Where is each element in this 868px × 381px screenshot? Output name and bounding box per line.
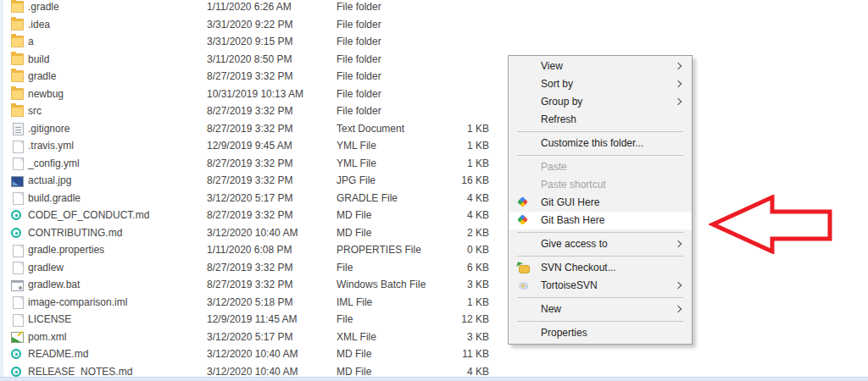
file-row[interactable]: .gitignore 8/27/2019 3:32 PM Text Docume… [0,120,509,138]
menu-item-git-bash-here[interactable]: Git Bash Here [509,212,692,229]
xml-file-icon [11,332,24,343]
file-date-modified: 3/12/2020 5:18 PM [207,296,292,308]
menu-item-git-gui-here[interactable]: Git GUI Here [509,194,692,212]
file-row[interactable]: actual.jpg 8/27/2019 3:32 PM JPG File 16… [0,172,509,190]
menu-item-label: Give access to [541,238,608,250]
file-name: actual.jpg [28,174,71,186]
file-size: 1 KB [415,140,489,152]
menu-item-give-access-to[interactable]: Give access to [509,235,692,253]
file-row[interactable]: image-comparison.iml 3/12/2020 5:18 PM I… [0,294,509,312]
menu-item-label: Properties [541,327,587,339]
file-type: File folder [337,1,381,13]
file-row[interactable]: LICENSE 12/9/2019 11:45 AM File 12 KB [0,311,509,329]
file-row[interactable]: a 3/31/2020 9:15 PM File folder [0,33,509,51]
menu-item-label: SVN Checkout... [541,262,616,273]
file-row[interactable]: pom.xml 3/12/2020 5:17 PM XML File 3 KB [0,329,509,346]
file-name: .travis.yml [28,140,74,152]
file-icon [13,262,24,274]
menu-separator [517,232,683,233]
file-name: LICENSE [28,313,71,325]
file-date-modified: 8/27/2019 3:32 PM [207,279,292,290]
menu-item-label: Git GUI Here [541,196,599,208]
menu-item-sort-by[interactable]: Sort by [509,75,692,93]
menu-item-svn-checkout[interactable]: SVN Checkout... [509,259,692,277]
red-arrow-annotation [709,195,834,254]
file-date-modified: 8/27/2019 3:32 PM [207,105,292,117]
file-row[interactable]: src 8/27/2019 3:32 PM File folder [0,102,509,120]
file-name: .gitignore [28,123,70,135]
markdown-file-icon [11,228,21,238]
menu-item-paste[interactable]: Paste [509,158,692,176]
markdown-file-icon [11,349,21,359]
file-row[interactable]: gradlew.bat 8/27/2019 3:32 PM Windows Ba… [0,276,509,294]
image-file-icon [11,176,24,187]
file-icon [13,314,24,327]
menu-item-label: View [541,60,563,72]
folder-icon [11,36,24,47]
file-type: MD File [337,209,371,221]
file-type: File folder [337,53,381,65]
file-type: YML File [337,140,376,152]
submenu-arrow-icon [675,306,682,312]
menu-separator [517,131,683,132]
file-type: PROPERTIES File [337,244,421,256]
file-row[interactable]: .idea 3/31/2020 9:22 PM File folder [0,16,509,34]
file-name: a [28,36,34,47]
file-date-modified: 8/27/2019 3:32 PM [207,174,292,186]
menu-item-customize-this-folder[interactable]: Customize this folder... [509,135,692,152]
menu-item-label: Customize this folder... [541,137,643,149]
file-row[interactable]: .gradle 1/11/2020 6:26 AM File folder [0,0,509,16]
file-row[interactable]: gradle.properties 1/11/2020 6:08 PM PROP… [0,241,509,259]
menu-item-paste-shortcut[interactable]: Paste shortcut [509,176,692,194]
file-size: 1 KB [415,123,489,135]
explorer-window: .gradle 1/11/2020 6:26 AM File folder .i… [0,0,868,381]
menu-item-tortoisesvn[interactable]: TortoiseSVN [509,277,692,295]
file-type: MD File [337,227,371,239]
menu-item-label: Sort by [541,78,573,90]
file-row[interactable]: gradlew 8/27/2019 3:32 PM File 6 KB [0,259,509,277]
menu-item-refresh[interactable]: Refresh [509,111,692,129]
file-date-modified: 10/31/2019 10:13 AM [207,88,303,100]
file-icon [13,157,24,170]
menu-separator [517,297,683,298]
file-size: 3 KB [415,279,489,290]
folder-icon [11,53,24,65]
file-date-modified: 3/12/2020 5:17 PM [207,192,292,204]
file-date-modified: 1/11/2020 6:26 AM [207,1,292,13]
file-size: 16 KB [415,174,489,186]
file-date-modified: 8/27/2019 3:32 PM [207,157,292,169]
context-menu: ViewSort byGroup byRefreshCustomize this… [508,55,693,345]
file-row[interactable]: newbug 10/31/2019 10:13 AM File folder [0,86,509,103]
file-row[interactable]: build 3/11/2020 8:50 PM File folder [0,51,509,69]
batch-file-icon [11,280,24,291]
file-date-modified: 8/27/2019 3:32 PM [207,262,292,273]
menu-item-view[interactable]: View [509,58,692,75]
menu-item-label: Paste [541,161,567,173]
file-size: 0 KB [415,244,489,256]
file-row[interactable]: README.md 3/12/2020 10:40 AM MD File 11 … [0,345,509,363]
file-type: GRADLE File [337,192,398,204]
file-type: File folder [337,70,381,82]
file-row[interactable]: .travis.yml 12/9/2019 9:45 AM YML File 1… [0,137,509,155]
file-name: src [28,105,42,117]
file-row[interactable]: gradle 8/27/2019 3:32 PM File folder [0,68,509,86]
file-size: 11 KB [415,348,489,360]
file-row[interactable]: CODE_OF_CONDUCT.md 8/27/2019 3:32 PM MD … [0,207,509,224]
file-row[interactable]: CONTRIBUTING.md 3/12/2020 10:40 AM MD Fi… [0,224,509,242]
menu-item-group-by[interactable]: Group by [509,93,692,111]
menu-item-new[interactable]: New [509,301,692,318]
file-name: newbug [28,88,64,100]
file-date-modified: 3/11/2020 8:50 PM [207,53,292,65]
file-date-modified: 1/11/2020 6:08 PM [207,244,292,256]
menu-item-properties[interactable]: Properties [509,324,692,342]
text-file-icon [13,123,24,135]
file-row[interactable]: _config.yml 8/27/2019 3:32 PM YML File 1… [0,155,509,173]
markdown-file-icon [11,367,21,377]
file-date-modified: 3/12/2020 5:17 PM [207,331,292,343]
file-row[interactable]: build.gradle 3/12/2020 5:17 PM GRADLE Fi… [0,190,509,207]
file-type: XML File [337,331,376,343]
file-type: File [337,262,353,273]
submenu-arrow-icon [675,98,682,105]
file-type: IML File [337,296,372,308]
file-date-modified: 3/31/2020 9:22 PM [207,19,292,30]
